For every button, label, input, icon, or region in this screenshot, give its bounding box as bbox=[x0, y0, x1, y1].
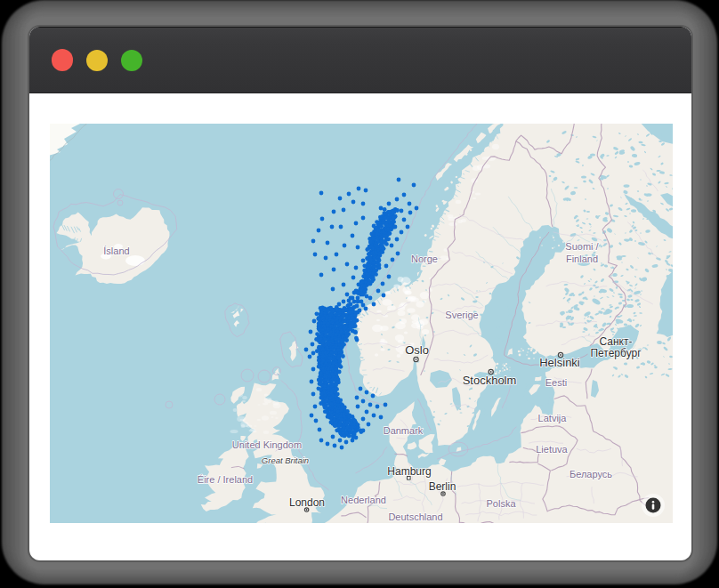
svg-text:Norge: Norge bbox=[411, 254, 438, 264]
svg-text:Éire / Ireland: Éire / Ireland bbox=[198, 474, 253, 485]
svg-text:Ísland: Ísland bbox=[103, 246, 129, 256]
svg-text:Eesti: Eesti bbox=[545, 377, 567, 388]
svg-text:Hamburg: Hamburg bbox=[387, 465, 431, 478]
svg-text:Sverige: Sverige bbox=[445, 310, 478, 320]
svg-text:Stockholm: Stockholm bbox=[463, 374, 517, 387]
svg-text:Polska: Polska bbox=[486, 498, 516, 509]
svg-text:Беларусь: Беларусь bbox=[570, 469, 612, 479]
svg-text:Danmark: Danmark bbox=[384, 425, 424, 436]
svg-text:Петербург: Петербург bbox=[590, 347, 642, 359]
svg-text:Lietuva: Lietuva bbox=[536, 444, 568, 455]
svg-text:Nederland: Nederland bbox=[341, 495, 386, 505]
svg-text:London: London bbox=[289, 496, 325, 509]
svg-text:United Kingdom: United Kingdom bbox=[232, 439, 302, 450]
svg-text:Helsinki: Helsinki bbox=[539, 356, 580, 369]
svg-text:Санкт-: Санкт- bbox=[600, 335, 633, 348]
svg-text:Berlin: Berlin bbox=[429, 480, 456, 493]
svg-text:Oslo: Oslo bbox=[405, 343, 429, 357]
svg-text:Suomi /: Suomi / bbox=[565, 241, 599, 252]
svg-text:Great Britain: Great Britain bbox=[262, 455, 309, 465]
svg-text:Finland: Finland bbox=[566, 254, 598, 264]
svg-text:Latvija: Latvija bbox=[538, 413, 568, 423]
svg-text:Deutschland: Deutschland bbox=[388, 511, 442, 522]
